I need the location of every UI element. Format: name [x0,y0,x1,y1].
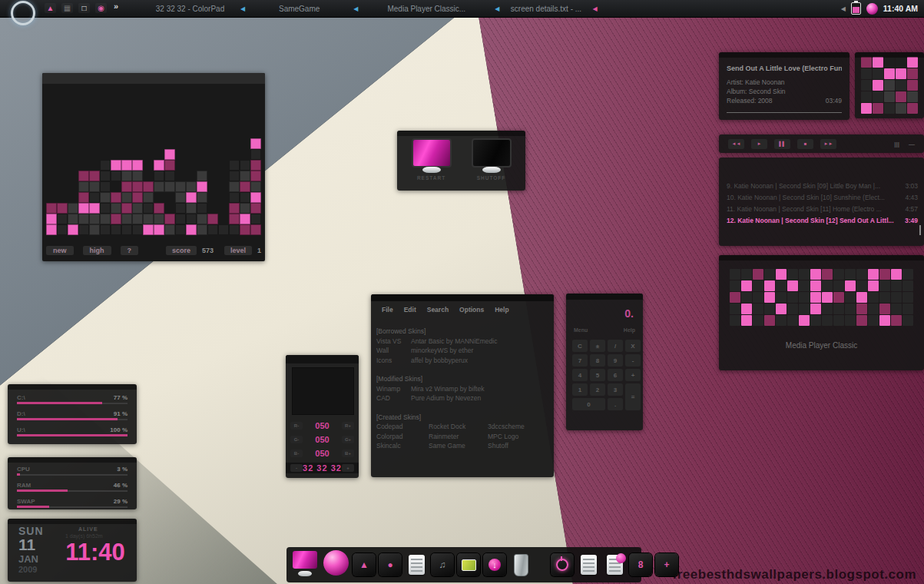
shutoff-button[interactable]: SHUTOFF [470,138,513,181]
samegame-tile[interactable] [250,214,261,224]
dock-icon-documents[interactable] [405,553,428,576]
restart-button[interactable]: RESTART [410,138,453,181]
samegame-tile[interactable] [132,181,143,192]
samegame-tile[interactable] [46,149,57,160]
dock-icon-notes[interactable] [577,553,600,576]
samegame-tile[interactable] [78,138,89,149]
photo-app-icon[interactable]: ▦ [61,3,73,13]
calc-key-/[interactable]: / [608,340,623,352]
samegame-tile[interactable] [164,138,175,149]
calc-key-1[interactable]: 1 [572,383,588,396]
samegame-tile[interactable] [89,138,100,149]
samegame-tile[interactable] [250,224,261,235]
samegame-tile[interactable] [175,214,186,224]
samegame-tile[interactable] [46,160,57,171]
help-button[interactable]: ? [121,246,139,255]
samegame-tile[interactable] [250,203,261,214]
samegame-tile[interactable] [68,138,78,149]
samegame-tile[interactable] [250,138,261,149]
samegame-tile[interactable] [78,214,89,224]
samegame-tile[interactable] [143,192,154,203]
samegame-tile[interactable] [143,203,154,214]
samegame-tile[interactable] [143,214,154,224]
samegame-tile[interactable] [111,224,121,235]
samegame-tile[interactable] [164,149,175,160]
samegame-tile[interactable] [57,203,68,214]
dock-icon-add-item[interactable]: + [655,553,678,576]
samegame-tile[interactable] [78,203,89,214]
samegame-tile[interactable] [250,192,261,203]
samegame-tile[interactable] [229,192,240,203]
samegame-tile[interactable] [229,224,240,235]
samegame-tile[interactable] [229,214,240,224]
calc-key-=[interactable]: = [625,383,641,410]
calc-key--[interactable]: - [625,354,641,367]
samegame-tile[interactable] [121,181,132,192]
samegame-tile[interactable] [218,203,229,214]
increment-button[interactable]: B+ [342,450,354,457]
samegame-tile[interactable] [207,181,218,192]
samegame-tile[interactable] [57,160,68,171]
samegame-tile[interactable] [78,149,89,160]
menu-item-edit[interactable]: Edit [404,306,416,314]
samegame-tile[interactable] [175,149,186,160]
calc-key-5[interactable]: 5 [590,369,605,381]
calc-key-X[interactable]: X [625,340,641,352]
samegame-tile[interactable] [57,192,68,203]
samegame-tile[interactable] [154,214,164,224]
dock-icon-music-folder[interactable]: ● [379,553,402,576]
samegame-tile[interactable] [132,149,143,160]
samegame-tile[interactable] [111,203,121,214]
calc-key-4[interactable]: 4 [572,369,588,381]
clock-text[interactable]: 11:40 AM [883,4,918,13]
playlist-row[interactable]: 12. Katie Noonan | Second Skin [12] Send… [727,215,918,227]
samegame-tile[interactable] [175,160,186,171]
calc-key-0[interactable]: 0 [572,398,605,410]
samegame-tile[interactable] [121,138,132,149]
decrement-button[interactable]: R- [290,422,303,430]
samegame-tile[interactable] [240,192,250,203]
increment-button[interactable]: G+ [342,436,354,443]
samegame-tile[interactable] [197,181,207,192]
samegame-tile[interactable] [175,203,186,214]
samegame-tile[interactable] [100,149,111,160]
samegame-tile[interactable] [207,149,218,160]
stop-button[interactable]: ■ [797,139,813,149]
playlist-scrollbar[interactable] [919,225,921,235]
samegame-tile[interactable] [46,203,57,214]
samegame-tile[interactable] [78,224,89,235]
samegame-tile[interactable] [154,171,164,181]
samegame-tile[interactable] [218,181,229,192]
samegame-tile[interactable] [218,214,229,224]
samegame-tile[interactable] [164,160,175,171]
samegame-tile[interactable] [111,160,121,171]
samegame-tile[interactable] [154,160,164,171]
samegame-tile[interactable] [57,171,68,181]
samegame-tile[interactable] [68,203,78,214]
media-app-icon[interactable]: ◉ [95,3,107,13]
samegame-tile[interactable] [68,171,78,181]
samegame-tile[interactable] [89,224,100,235]
samegame-tile[interactable] [111,138,121,149]
samegame-tile[interactable] [46,138,57,149]
samegame-tile[interactable] [132,214,143,224]
dock-icon-users-folder[interactable]: ▲ [353,553,376,576]
samegame-titlebar[interactable] [42,73,265,84]
samegame-tile[interactable] [175,181,186,192]
window-switch-arrow-icon[interactable]: ◀ [353,5,358,12]
playlist-row[interactable]: 9. Katie Noonan | Second Skin [09] Littl… [727,181,918,192]
window-switch-arrow-icon[interactable]: ◀ [495,5,499,12]
samegame-tile[interactable] [111,214,121,224]
samegame-tile[interactable] [186,181,197,192]
increment-all-button[interactable]: + [342,464,354,472]
samegame-tile[interactable] [89,203,100,214]
calculator-menu-button[interactable]: Menu [574,327,588,333]
samegame-tile[interactable] [100,192,111,203]
samegame-tile[interactable] [78,160,89,171]
samegame-tile[interactable] [218,160,229,171]
samegame-tile[interactable] [197,203,207,214]
dock-icon-recycle-bin[interactable] [509,553,532,576]
samegame-tile[interactable] [207,192,218,203]
calculator-titlebar[interactable] [566,294,643,300]
samegame-tile[interactable] [121,203,132,214]
